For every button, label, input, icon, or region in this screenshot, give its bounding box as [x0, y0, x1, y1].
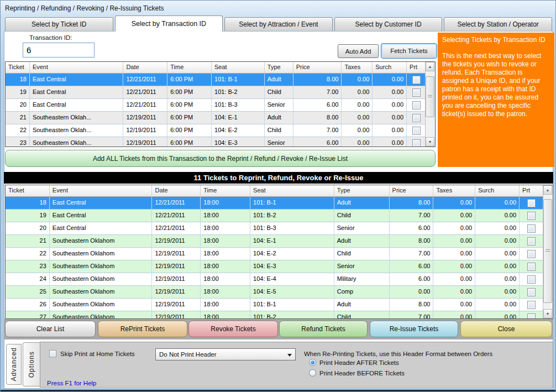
table-header-row: TicketEventDateTimeSeatTypePriceTaxesSur… [6, 62, 426, 74]
prt-checkbox[interactable] [527, 263, 536, 271]
tab-select-by-station-operator[interactable]: Select by Station / Operator [444, 17, 552, 32]
column-header[interactable]: Time [167, 62, 212, 73]
help-link[interactable]: Press F1 for Help [47, 380, 96, 386]
column-header[interactable]: Surch [475, 185, 520, 196]
table-row[interactable]: 21Southeastern Oklahom12/19/201118:00104… [6, 235, 543, 248]
table-cell: 22 [6, 124, 30, 137]
scroll-up-icon[interactable]: ▲ [426, 62, 434, 71]
table-cell: 18 [6, 74, 30, 86]
reprint-tickets-button[interactable]: RePrint Tickets [98, 321, 187, 337]
prt-cell [520, 222, 543, 234]
radio-print-header-before[interactable]: Print Header BEFORE Tickets [309, 369, 405, 377]
column-header[interactable]: Seat [212, 62, 265, 73]
table-row[interactable]: 22Southeastern Oklah...12/19/20116:00 PM… [6, 124, 426, 137]
prt-checkbox[interactable] [527, 212, 536, 220]
scroll-thumb[interactable] [426, 76, 434, 117]
column-header[interactable]: Ticket [6, 185, 50, 196]
table-row[interactable]: 20East Central12/21/201118:00101: B-3Sen… [6, 222, 543, 235]
table-cell: 6.00 [390, 222, 434, 234]
prt-checkbox[interactable] [412, 127, 421, 135]
tab-select-by-transaction-id[interactable]: Select by Transaction ID [115, 15, 223, 32]
table-row[interactable]: 19East Central12/21/20116:00 PM101: B-2C… [6, 86, 426, 99]
tab-select-by-customer-id[interactable]: Select by Customer ID [334, 17, 443, 32]
table-row[interactable]: 19East Central12/21/201118:00101: B-2Chi… [6, 210, 543, 222]
column-header[interactable]: Taxes [342, 62, 373, 73]
prt-checkbox[interactable] [412, 139, 421, 148]
thumb-grip-icon [428, 95, 432, 98]
refund-tickets-button[interactable]: Refund Tickets [279, 321, 368, 337]
table-row[interactable]: 26Southeastern Oklahom12/19/201118:00101… [6, 299, 543, 311]
column-header[interactable]: Date [152, 185, 201, 196]
radio-selected-icon[interactable] [309, 359, 316, 366]
column-header[interactable]: Prt [520, 185, 543, 196]
revoke-tickets-button[interactable]: Revoke Tickets [188, 321, 278, 337]
table-cell: 8.00 [293, 112, 342, 124]
tab-select-by-ticket-id[interactable]: Select by Ticket ID [5, 17, 113, 32]
scroll-up-icon[interactable]: ▲ [543, 185, 552, 195]
prt-checkbox[interactable] [527, 199, 536, 207]
advanced-tab[interactable]: Advanced [6, 344, 22, 385]
table-row[interactable]: 18East Central12/21/201118:00101: B-1Adu… [6, 197, 543, 210]
table-row[interactable]: 21Southeastern Oklah...12/19/20116:00 PM… [6, 112, 426, 124]
reissue-tickets-button[interactable]: Re-Issue Tickets [370, 321, 458, 337]
close-button[interactable]: Close [460, 321, 552, 337]
column-header[interactable]: Time [201, 185, 250, 196]
prt-cell [520, 260, 543, 273]
table-cell: 20 [6, 99, 30, 111]
prt-checkbox[interactable] [412, 101, 421, 109]
table-row[interactable]: 23Southeastern Oklah...12/19/20116:00 PM… [6, 137, 426, 147]
column-header[interactable]: Prt [407, 62, 426, 73]
table-row[interactable]: 22Southeastern Oklahom12/19/201118:00104… [6, 248, 543, 260]
tab-select-by-attraction-event[interactable]: Select by Attraction / Event [224, 17, 333, 32]
table-row[interactable]: 18East Central12/21/20116:00 PM101: B-1A… [6, 74, 426, 86]
prt-checkbox[interactable] [412, 88, 421, 97]
prt-checkbox[interactable] [527, 301, 536, 309]
scroll-thumb[interactable] [543, 199, 552, 303]
table-cell: 0.00 [433, 222, 475, 234]
column-header[interactable]: Seat [250, 185, 334, 196]
prt-cell [407, 124, 426, 137]
add-all-tickets-button[interactable]: Add ALL Tickets from this Transasction t… [5, 150, 436, 167]
table-row[interactable]: 27Southeastern Oklahom12/19/201118:00101… [6, 311, 543, 319]
prt-checkbox[interactable] [412, 114, 421, 122]
vertical-scrollbar[interactable]: ▲ ▼ [543, 185, 553, 318]
table-cell: Southeastern Oklahom [50, 248, 153, 260]
radio-unselected-icon[interactable] [309, 369, 316, 377]
prt-checkbox[interactable] [527, 275, 536, 284]
scroll-down-icon[interactable]: ▼ [543, 309, 552, 318]
table-cell: 12/21/2011 [152, 197, 201, 209]
table-cell: 0.00 [433, 210, 475, 222]
prt-checkbox[interactable] [412, 76, 421, 84]
table-cell: 0.00 [433, 248, 475, 260]
column-header[interactable]: Taxes [433, 185, 475, 196]
prt-checkbox[interactable] [527, 288, 536, 296]
table-row[interactable]: 24Southeastern Oklahom12/19/201118:00104… [6, 273, 543, 286]
radio-print-header-after[interactable]: Print Header AFTER Tickets [309, 359, 399, 366]
column-header[interactable]: Surch [373, 62, 407, 73]
vertical-scrollbar[interactable]: ▲ ▼ [425, 62, 435, 147]
column-header[interactable]: Type [334, 185, 390, 196]
table-row[interactable]: 25Southeastern Oklahom12/19/201118:00104… [6, 286, 543, 299]
column-header[interactable]: Price [390, 185, 434, 196]
prt-checkbox[interactable] [527, 250, 536, 258]
prt-checkbox[interactable] [527, 224, 536, 233]
fetch-tickets-button[interactable]: Fetch Tickets [381, 43, 437, 59]
table-row[interactable]: 23Southeastern Oklahom12/19/201118:00104… [6, 260, 543, 273]
column-header[interactable]: Event [30, 62, 124, 73]
transaction-id-input[interactable] [23, 43, 95, 58]
options-tab[interactable]: Options [23, 342, 40, 386]
column-header[interactable]: Type [265, 62, 293, 73]
scroll-down-icon[interactable]: ▼ [426, 137, 434, 147]
table-row[interactable]: 20East Central12/21/20116:00 PM101: B-3S… [6, 99, 426, 112]
header-format-dropdown[interactable]: Do Not Print Header [155, 348, 296, 360]
auto-add-button[interactable]: Auto Add [338, 44, 379, 58]
column-header[interactable]: Ticket [6, 62, 30, 73]
column-header[interactable]: Price [293, 62, 342, 73]
column-header[interactable]: Event [50, 185, 153, 196]
prt-checkbox[interactable] [527, 237, 536, 245]
table-cell: 8.00 [390, 299, 434, 311]
skip-print-checkbox[interactable] [49, 350, 56, 357]
prt-checkbox[interactable] [527, 313, 536, 320]
column-header[interactable]: Date [123, 62, 167, 73]
clear-list-button[interactable]: Clear List [5, 321, 96, 337]
